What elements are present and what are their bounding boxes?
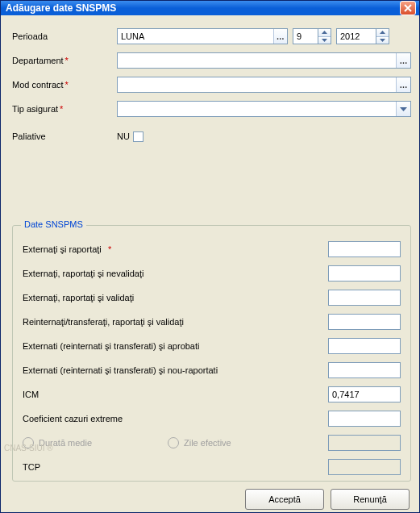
perioada-input[interactable] [118,29,273,44]
departament-input[interactable] [118,53,396,68]
r3-label: Reinternaţi/transferaţi, raportaţi şi va… [23,317,328,327]
coef-value[interactable] [328,411,401,427]
row-externati-aprobati: Externati (reinternati şi transferati) ş… [23,334,401,358]
row-coeficient: Coeficient cazuri extreme [23,407,401,431]
paliative-value: NU [117,131,130,141]
r4-label: Externati (reinternati şi transferati) ş… [23,341,328,351]
r4-value[interactable] [328,338,401,354]
spinner-up-icon[interactable] [376,29,389,36]
svg-marker-2 [380,31,385,34]
row-tipasigurat: Tip asigurat* [12,98,411,120]
modcontract-input[interactable] [118,77,396,92]
r2-label: Externaţi, raportaţi şi validaţi [23,293,328,302]
renunta-button[interactable]: Renunţă [331,489,410,510]
tcp-label: TCP [23,462,328,472]
row-icm: ICM [23,382,401,407]
year-input[interactable] [337,29,376,44]
groupbox-legend: Date SNSPMS [21,219,86,229]
departament-field[interactable]: … [117,52,411,69]
departament-label: Departament* [12,56,117,65]
zile-label: Zile efective [184,438,231,448]
icm-label: ICM [23,390,328,399]
month-field[interactable] [293,28,318,44]
row-tcp: TCP [23,455,401,479]
svg-marker-4 [400,107,407,111]
modcontract-field[interactable]: … [117,77,411,93]
perioada-field[interactable]: … [117,28,288,44]
svg-marker-0 [322,31,327,34]
row-externati-nevalidati: Externaţi, raportaţi şi nevalidaţi [23,261,401,286]
tipasigurat-input[interactable] [118,102,396,116]
row-modcontract: Mod contract* … [12,73,411,96]
footer: Acceptă Renunţă [1,486,419,512]
close-button[interactable] [400,1,416,15]
perioada-lookup-icon[interactable]: … [273,29,287,44]
row-externati-raportati: Externaţi şi raportaţi * [23,237,401,261]
accept-button[interactable]: Acceptă [245,489,324,510]
watermark: CNAS-SIUI ® [4,444,53,453]
departament-lookup-icon[interactable]: … [396,53,410,68]
icm-value[interactable] [328,386,401,402]
window-title: Adăugare date SNSPMS [6,2,400,14]
row-externati-validati: Externaţi, raportaţi şi validaţi [23,286,401,310]
tipasigurat-dropdown-icon[interactable] [396,102,410,116]
paliative-label: Paliative [12,131,117,141]
spinner-up-icon[interactable] [318,29,331,36]
row-perioada: Perioada … [12,25,411,48]
month-input[interactable] [293,29,318,44]
spinner-down-icon[interactable] [318,36,331,44]
r3-value[interactable] [328,314,401,330]
row-externati-nouraportati: Externati (reinternati şi transferati) ş… [23,358,401,382]
titlebar: Adăugare date SNSPMS [1,1,419,15]
year-field[interactable] [336,28,376,44]
r1-value[interactable] [328,265,401,282]
dialog-window: Adăugare date SNSPMS Perioada … [0,0,420,513]
row-departament: Departament* … [12,49,411,72]
radio-zile [168,437,179,448]
r0-label: Externaţi şi raportaţi * [23,244,328,254]
durata-zile-value [328,435,401,451]
tipasigurat-label: Tip asigurat* [12,104,117,114]
modcontract-label: Mod contract* [12,80,117,90]
year-spinner[interactable] [376,28,389,44]
month-spinner[interactable] [318,28,331,44]
svg-marker-3 [380,39,385,42]
r5-label: Externati (reinternati şi transferati) ş… [23,365,328,375]
content-area: Perioada … Dep [1,15,419,486]
close-icon [404,4,412,12]
perioada-label: Perioada [12,31,117,41]
r0-value[interactable] [328,241,401,257]
r2-value[interactable] [328,290,401,306]
tcp-value [328,459,401,475]
row-durata-zile: Durată medie Zile efective [23,431,401,455]
svg-marker-1 [322,39,327,42]
r5-value[interactable] [328,362,401,378]
r1-label: Externaţi, raportaţi şi nevalidaţi [23,269,328,278]
spinner-down-icon[interactable] [376,36,389,44]
modcontract-lookup-icon[interactable]: … [396,77,410,92]
row-reinternati-validati: Reinternaţi/transferaţi, raportaţi şi va… [23,310,401,334]
groupbox-snspms: Date SNSPMS Externaţi şi raportaţi * Ext… [12,225,411,482]
tipasigurat-field[interactable] [117,101,411,117]
paliative-checkbox[interactable] [133,131,143,142]
zile-option: Zile efective [168,437,328,448]
coef-label: Coeficient cazuri extreme [23,414,328,423]
row-paliative: Paliative NU [12,125,411,148]
